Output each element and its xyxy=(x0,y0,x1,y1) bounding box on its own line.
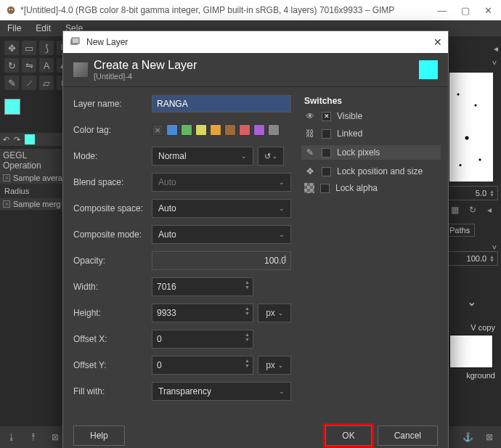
link-icon: ⛓ xyxy=(304,128,316,139)
visible-checkbox[interactable] xyxy=(322,112,331,121)
close-option-icon[interactable]: ✕ xyxy=(3,174,10,182)
svg-rect-4 xyxy=(72,38,79,44)
svg-point-1 xyxy=(9,9,10,10)
brush-lock-icon: ✎ xyxy=(304,147,316,158)
tool-rotate[interactable]: ↻ xyxy=(4,58,19,73)
lock-position-checkbox[interactable] xyxy=(322,167,331,176)
offset-x-input[interactable]: 0▲▼ xyxy=(152,330,253,349)
close-button[interactable]: ✕ xyxy=(484,5,492,16)
dialog-header: Create a New Layer [Untitled]-4 xyxy=(63,53,448,87)
lock-alpha-checkbox[interactable] xyxy=(320,184,330,193)
eye-icon: 👁 xyxy=(304,110,316,122)
opacity-spinner-dock[interactable]: 100.0▲▼ xyxy=(444,251,498,266)
chevron-down-large-icon[interactable]: ⌄ xyxy=(467,296,476,308)
radius-label: Radius xyxy=(4,187,29,195)
right-dock: ◂ ⅴ 5.0▲▼ ▦ ↻ ◂ Paths ⅴ 100.0▲▼ ⌄ V copy… xyxy=(444,42,498,380)
tool-lasso[interactable]: ⟆ xyxy=(39,41,54,55)
anchor-icon[interactable]: ⚓ xyxy=(462,431,473,443)
download-icon[interactable]: ⭳ xyxy=(6,431,17,443)
window-titlebar: *[Untitled]-4.0 (RGB color 8-bit gamma i… xyxy=(0,0,501,20)
lock-pixels-checkbox[interactable] xyxy=(322,148,331,158)
fill-with-label: Fill with: xyxy=(73,386,152,396)
minimize-button[interactable]: — xyxy=(437,5,447,16)
tool-move[interactable]: ✥ xyxy=(4,41,19,55)
fill-with-select[interactable]: Transparency⌄ xyxy=(152,382,291,401)
offset-unit-select[interactable]: px⌄ xyxy=(258,356,291,375)
history-bg-label: kground xyxy=(444,371,498,380)
maximize-button[interactable]: ▢ xyxy=(461,5,470,16)
color-tag-gray[interactable] xyxy=(268,124,280,136)
ok-button[interactable]: OK xyxy=(325,425,371,446)
svg-point-0 xyxy=(7,7,15,15)
help-button[interactable]: Help xyxy=(73,425,125,446)
close-option-icon-2[interactable]: ✕ xyxy=(3,200,10,208)
history-copy-label: V copy xyxy=(444,323,498,332)
offset-y-label: Offset Y: xyxy=(73,360,152,370)
menu-file[interactable]: File xyxy=(4,22,24,35)
new-layer-dialog: New Layer ✕ Create a New Layer [Untitled… xyxy=(62,30,449,448)
composite-mode-select[interactable]: Auto⌄ xyxy=(152,225,291,244)
menu-dots-icon[interactable]: ◂ xyxy=(487,205,492,215)
linked-checkbox[interactable] xyxy=(322,129,331,139)
switches-heading: Switches xyxy=(304,96,438,106)
layer-color-preview xyxy=(419,60,438,79)
redo-icon[interactable]: ↷ xyxy=(14,135,20,144)
opacity-slider[interactable]: 100.0 ▲▼ xyxy=(152,251,291,270)
grid-icon[interactable]: ▦ xyxy=(451,205,459,215)
color-indicator[interactable] xyxy=(25,134,35,144)
refresh-icon[interactable]: ↻ xyxy=(469,205,476,215)
cancel-button[interactable]: Cancel xyxy=(378,425,438,446)
brush-size-spinner[interactable]: 5.0▲▼ xyxy=(444,186,498,200)
dialog-close-button[interactable]: ✕ xyxy=(433,36,442,48)
mode-label: Mode: xyxy=(73,151,152,161)
chevron-down-icon-2[interactable]: ⅴ xyxy=(492,243,497,251)
dialog-title: New Layer xyxy=(86,37,433,47)
visible-label: Visible xyxy=(337,111,362,121)
height-input[interactable]: 9933▲▼ xyxy=(152,304,253,322)
tool-flip[interactable]: ⇋ xyxy=(22,58,36,73)
history-thumbnail[interactable] xyxy=(449,335,493,368)
opacity-label: Opacity: xyxy=(73,256,152,266)
tool-pencil[interactable]: ✎ xyxy=(4,76,19,90)
color-tag-red[interactable] xyxy=(239,124,250,136)
undo-icon[interactable]: ↶ xyxy=(3,135,9,144)
lock-pixels-label: Lock pixels xyxy=(337,147,380,158)
tool-brush[interactable]: ⟋ xyxy=(22,76,36,90)
color-tag-orange[interactable] xyxy=(210,124,221,136)
composite-space-select[interactable]: Auto⌄ xyxy=(152,199,291,218)
paths-tab[interactable]: Paths xyxy=(444,224,475,237)
size-unit-select[interactable]: px⌄ xyxy=(258,304,291,322)
fg-color-swatch[interactable] xyxy=(4,99,20,115)
dock-menu-icon[interactable]: ◂ xyxy=(494,44,498,54)
close-sb-icon[interactable]: ⊠ xyxy=(49,431,61,443)
new-layer-icon xyxy=(73,62,88,77)
lock-position-label: Lock position and size xyxy=(337,166,423,176)
dialog-titlebar: New Layer ✕ xyxy=(63,31,448,53)
tool-text[interactable]: A xyxy=(39,58,54,73)
sample-average-label: Sample avera xyxy=(13,174,62,182)
svg-point-2 xyxy=(12,9,13,10)
mode-reset-button[interactable]: ↺⌄ xyxy=(258,147,284,166)
menu-edit[interactable]: Edit xyxy=(33,22,54,35)
width-input[interactable]: 7016▲▼ xyxy=(152,277,253,296)
tool-select[interactable]: ▭ xyxy=(22,41,36,55)
color-tag-blue[interactable] xyxy=(166,124,178,136)
composite-mode-label: Composite mode: xyxy=(73,229,152,240)
brush-preview[interactable] xyxy=(449,73,493,182)
layer-name-label: Layer name: xyxy=(73,99,152,109)
offset-y-input[interactable]: 0▲▼ xyxy=(152,356,253,375)
blend-space-label: Blend space: xyxy=(73,177,152,187)
color-tag-brown[interactable] xyxy=(224,124,236,136)
color-tag-violet[interactable] xyxy=(253,124,265,136)
upload-icon[interactable]: ⭱ xyxy=(28,431,39,443)
height-label: Height: xyxy=(73,308,152,318)
color-tag-green[interactable] xyxy=(181,124,192,136)
color-tag-yellow[interactable] xyxy=(195,124,207,136)
mode-select[interactable]: Normal⌄ xyxy=(152,147,253,166)
blend-space-select[interactable]: Auto⌄ xyxy=(152,173,291,192)
chevron-down-icon[interactable]: ⅴ xyxy=(492,58,497,66)
tool-eraser[interactable]: ▱ xyxy=(39,76,54,90)
layer-name-input[interactable] xyxy=(152,95,291,113)
color-tag-none[interactable] xyxy=(152,124,163,136)
trash-icon[interactable]: ⊠ xyxy=(484,431,495,443)
